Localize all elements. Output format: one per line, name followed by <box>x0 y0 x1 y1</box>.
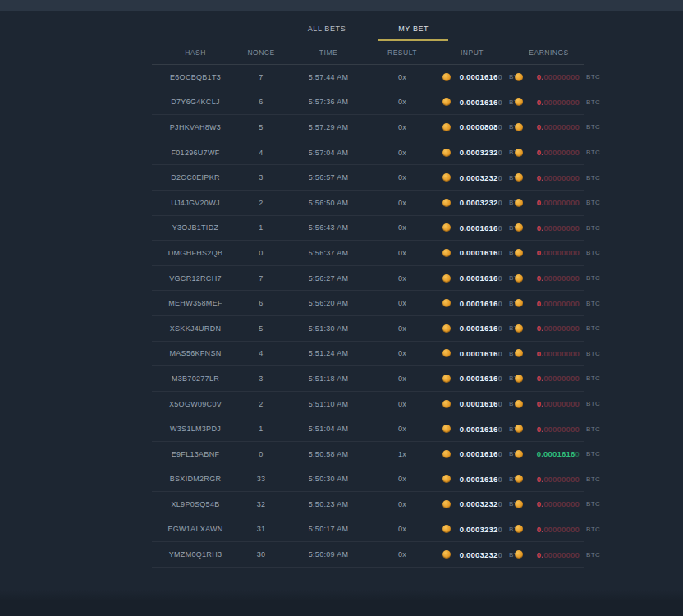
time-cell: 5:51:18 AM <box>283 375 374 383</box>
bets-panel: ALL BETS MY BET HASH NONCE TIME RESULT I… <box>152 20 584 568</box>
earnings-value: 0.00000000 <box>529 475 580 484</box>
time-cell: 5:57:44 AM <box>283 73 374 81</box>
nonce-cell: 31 <box>239 525 283 533</box>
result-cell: 0x <box>374 425 431 433</box>
btc-coin-icon <box>442 324 451 333</box>
earnings-cell: 0.00000000 BTC <box>513 550 584 559</box>
nonce-cell: 3 <box>239 173 283 182</box>
earnings-value: 0.00000000 <box>529 550 580 559</box>
bet-row: YMZM0Q1RH3 30 5:50:09 AM 0x 0.00032320 B… <box>152 542 584 568</box>
bet-row: BSXIDM2RGR 33 5:50:30 AM 0x 0.00016160 B… <box>152 467 584 493</box>
result-cell: 0x <box>374 475 431 483</box>
time-cell: 5:56:20 AM <box>283 299 374 307</box>
result-cell: 0x <box>374 249 431 257</box>
tab-my-bet[interactable]: MY BET <box>390 20 437 41</box>
result-cell: 0x <box>374 223 431 232</box>
hash-cell: XL9P0SQ54B <box>152 500 239 508</box>
earnings-value: 0.00000000 <box>529 525 580 534</box>
nonce-cell: 5 <box>239 123 283 131</box>
earnings-cell: 0.00000000 BTC <box>513 248 584 257</box>
earnings-value: 0.00000000 <box>529 223 580 232</box>
btc-coin-icon <box>442 349 451 357</box>
bet-row: DMGHFHS2QB 0 5:56:37 AM 0x 0.00016160 BT… <box>152 241 584 266</box>
earnings-cell: 0.00000000 BTC <box>513 374 584 383</box>
btc-coin-icon <box>515 550 523 559</box>
btc-coin-icon <box>515 450 523 458</box>
earnings-value: 0.00000000 <box>529 374 580 383</box>
input-value: 0.00016160 <box>456 449 502 458</box>
input-value: 0.00016160 <box>456 324 502 333</box>
hash-cell: E9FL13ABNF <box>152 450 239 458</box>
btc-coin-icon <box>515 349 523 357</box>
earnings-value: 0.00000000 <box>529 425 580 434</box>
bet-row: PJHKVAH8W3 5 5:57:29 AM 0x 0.00008080 BT… <box>152 115 584 140</box>
bet-row: MEHW358MEF 6 5:56:20 AM 0x 0.00016160 BT… <box>152 291 584 316</box>
result-cell: 0x <box>374 324 431 333</box>
tab-all-bets[interactable]: ALL BETS <box>300 20 355 41</box>
btc-coin-icon <box>442 299 451 307</box>
bet-row: VGCR12RCH7 7 5:56:27 AM 0x 0.00016160 BT… <box>152 266 584 292</box>
input-value: 0.00016160 <box>456 72 502 81</box>
input-cell: 0.00032320 BTC <box>431 499 513 508</box>
input-cell: 0.00016160 BTC <box>431 223 513 232</box>
nonce-cell: 5 <box>239 324 283 333</box>
time-cell: 5:56:37 AM <box>283 249 374 257</box>
col-earnings: EARNINGS <box>513 48 584 57</box>
hash-cell: D7Y6G4KCLJ <box>152 98 239 106</box>
earnings-cell: 0.00000000 BTC <box>513 72 584 81</box>
nonce-cell: 2 <box>239 400 283 408</box>
nonce-cell: 7 <box>239 274 283 283</box>
input-cell: 0.00008080 BTC <box>431 122 513 131</box>
input-cell: 0.00016160 BTC <box>431 248 513 257</box>
time-cell: 5:50:17 AM <box>283 525 374 533</box>
time-cell: 5:50:58 AM <box>283 450 374 458</box>
bet-row: E9FL13ABNF 0 5:50:58 AM 1x 0.00016160 BT… <box>152 442 584 467</box>
bet-row: MAS56KFNSN 4 5:51:24 AM 0x 0.00016160 BT… <box>152 342 584 367</box>
hash-cell: W3S1LM3PDJ <box>152 425 239 433</box>
input-cell: 0.00016160 BTC <box>431 98 513 107</box>
btc-coin-icon <box>442 525 451 533</box>
bets-table-body: E6OCBQB1T3 7 5:57:44 AM 0x 0.00016160 BT… <box>152 65 584 568</box>
earnings-cell: 0.00000000 BTC <box>513 223 584 232</box>
hash-cell: EGW1ALXAWN <box>152 525 239 533</box>
input-cell: 0.00016160 BTC <box>431 299 513 308</box>
hash-cell: XSKKJ4URDN <box>152 324 239 333</box>
btc-coin-icon <box>515 299 523 307</box>
result-cell: 1x <box>374 450 431 458</box>
input-cell: 0.00016160 BTC <box>431 324 513 333</box>
earnings-cell: 0.00000000 BTC <box>513 425 584 434</box>
btc-coin-icon <box>515 249 523 257</box>
currency-label: BTC <box>586 350 600 357</box>
result-cell: 0x <box>374 149 431 157</box>
hash-cell: DMGHFHS2QB <box>152 249 239 257</box>
nonce-cell: 30 <box>239 550 283 559</box>
time-cell: 5:50:09 AM <box>283 550 374 559</box>
earnings-cell: 0.00000000 BTC <box>513 122 584 131</box>
input-value: 0.00032320 <box>456 148 502 157</box>
earnings-value: 0.00000000 <box>529 198 580 207</box>
btc-coin-icon <box>442 425 451 433</box>
time-cell: 5:51:10 AM <box>283 400 374 408</box>
currency-label: BTC <box>586 375 600 382</box>
earnings-cell: 0.00000000 BTC <box>513 98 584 107</box>
earnings-cell: 0.00000000 BTC <box>513 324 584 333</box>
input-value: 0.00016160 <box>456 223 502 232</box>
hash-cell: X5OGW09C0V <box>152 400 239 408</box>
bet-row: F01296U7WF 4 5:57:04 AM 0x 0.00032320 BT… <box>152 140 584 166</box>
input-value: 0.00016160 <box>456 425 502 434</box>
nonce-cell: 2 <box>239 199 283 207</box>
nonce-cell: 1 <box>239 425 283 433</box>
bet-row: X5OGW09C0V 2 5:51:10 AM 0x 0.00016160 BT… <box>152 392 584 417</box>
time-cell: 5:50:30 AM <box>283 475 374 483</box>
currency-label: BTC <box>586 99 600 106</box>
btc-coin-icon <box>515 375 523 383</box>
currency-label: BTC <box>586 224 600 232</box>
btc-coin-icon <box>515 123 523 131</box>
currency-label: BTC <box>586 551 600 559</box>
nonce-cell: 6 <box>239 299 283 307</box>
input-value: 0.00032320 <box>456 525 502 534</box>
currency-label: BTC <box>586 324 600 332</box>
btc-coin-icon <box>442 123 451 131</box>
btc-coin-icon <box>442 249 451 257</box>
currency-label: BTC <box>586 199 600 206</box>
